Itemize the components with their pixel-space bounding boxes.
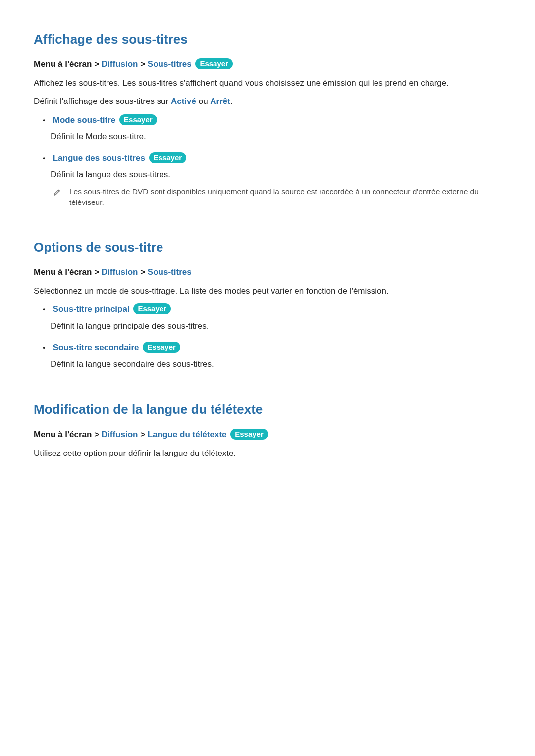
note-text: Les sous-titres de DVD sont disponibles …: [69, 186, 501, 208]
try-button[interactable]: Essayer: [143, 342, 180, 353]
section-title: Options de sous-titre: [34, 238, 501, 257]
text: ou: [196, 97, 210, 106]
list-item: Sous-titre secondaire Essayer Définit la…: [51, 341, 501, 370]
breadcrumb-root: Menu à l'écran: [34, 267, 92, 277]
item-title-mode-sous-titre[interactable]: Mode sous-titre: [53, 115, 116, 125]
item-title-sous-titre-secondaire[interactable]: Sous-titre secondaire: [53, 343, 139, 352]
item-list: Mode sous-titre Essayer Définit le Mode …: [34, 114, 501, 208]
paragraph: Affichez les sous-titres. Les sous-titre…: [34, 77, 501, 90]
breadcrumb-separator: >: [140, 59, 148, 69]
section-langue-teletexte: Modification de la langue du télétexte M…: [34, 400, 501, 459]
item-description: Définit la langue principale des sous-ti…: [51, 320, 501, 333]
item-list: Sous-titre principal Essayer Définit la …: [34, 303, 501, 370]
breadcrumb: Menu à l'écran > Diffusion > Sous-titres: [34, 266, 501, 279]
paragraph: Sélectionnez un mode de sous-titrage. La…: [34, 285, 501, 298]
text: .: [230, 97, 233, 106]
text: Définit l'affichage des sous-titres sur: [34, 97, 171, 106]
item-description: Définit le Mode sous-titre.: [51, 130, 501, 143]
breadcrumb-sous-titres[interactable]: Sous-titres: [148, 267, 192, 277]
try-button[interactable]: Essayer: [133, 303, 171, 314]
value-active: Activé: [171, 97, 196, 106]
item-title-langue-sous-titres[interactable]: Langue des sous-titres: [53, 153, 145, 163]
breadcrumb-root: Menu à l'écran: [34, 59, 92, 69]
list-item: Langue des sous-titres Essayer Définit l…: [51, 152, 501, 208]
pencil-note-icon: [54, 187, 61, 200]
value-arret: Arrêt: [210, 97, 230, 106]
list-item: Mode sous-titre Essayer Définit le Mode …: [51, 114, 501, 143]
try-button[interactable]: Essayer: [230, 429, 268, 440]
try-button[interactable]: Essayer: [149, 152, 187, 163]
try-button[interactable]: Essayer: [119, 114, 157, 125]
breadcrumb: Menu à l'écran > Diffusion > Langue du t…: [34, 428, 501, 441]
breadcrumb-sous-titres[interactable]: Sous-titres: [148, 59, 192, 69]
note: Les sous-titres de DVD sont disponibles …: [51, 186, 501, 208]
breadcrumb-diffusion[interactable]: Diffusion: [102, 430, 138, 439]
item-header: Sous-titre principal Essayer: [51, 303, 501, 316]
breadcrumb-diffusion[interactable]: Diffusion: [102, 267, 138, 277]
section-title: Affichage des sous-titres: [34, 30, 501, 49]
breadcrumb-separator: >: [140, 267, 148, 277]
list-item: Sous-titre principal Essayer Définit la …: [51, 303, 501, 332]
item-title-sous-titre-principal[interactable]: Sous-titre principal: [53, 304, 130, 314]
item-header: Langue des sous-titres Essayer: [51, 152, 501, 165]
breadcrumb-separator: >: [140, 430, 148, 439]
item-description: Définit la langue secondaire des sous-ti…: [51, 358, 501, 371]
paragraph: Utilisez cette option pour définir la la…: [34, 447, 501, 460]
try-button[interactable]: Essayer: [195, 58, 233, 69]
breadcrumb: Menu à l'écran > Diffusion > Sous-titres…: [34, 58, 501, 71]
item-header: Sous-titre secondaire Essayer: [51, 341, 501, 354]
breadcrumb-separator: >: [94, 59, 102, 69]
breadcrumb-langue-teletexte[interactable]: Langue du télétexte: [148, 430, 227, 439]
item-header: Mode sous-titre Essayer: [51, 114, 501, 127]
section-options-sous-titre: Options de sous-titre Menu à l'écran > D…: [34, 238, 501, 370]
breadcrumb-separator: >: [94, 430, 102, 439]
document-page: Affichage des sous-titres Menu à l'écran…: [0, 0, 535, 756]
item-description: Définit la langue des sous-titres.: [51, 168, 501, 181]
breadcrumb-separator: >: [94, 267, 102, 277]
section-affichage-sous-titres: Affichage des sous-titres Menu à l'écran…: [34, 30, 501, 208]
paragraph: Définit l'affichage des sous-titres sur …: [34, 95, 501, 108]
breadcrumb-diffusion[interactable]: Diffusion: [102, 59, 138, 69]
section-title: Modification de la langue du télétexte: [34, 400, 501, 419]
breadcrumb-root: Menu à l'écran: [34, 430, 92, 439]
